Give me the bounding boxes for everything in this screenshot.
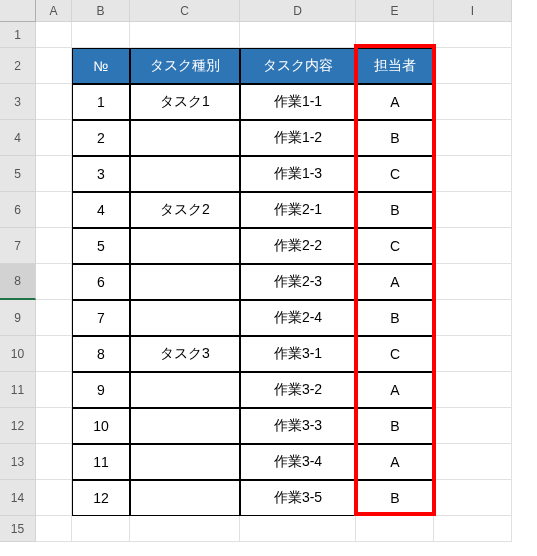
row-header-7[interactable]: 7 <box>0 228 36 264</box>
cell-content[interactable]: 作業1-1 <box>240 84 356 120</box>
cell-no[interactable]: 11 <box>72 444 130 480</box>
cell-type[interactable] <box>130 120 240 156</box>
cell-owner[interactable]: B <box>356 408 434 444</box>
cell[interactable] <box>36 22 72 48</box>
cell-type[interactable] <box>130 228 240 264</box>
row-header-3[interactable]: 3 <box>0 84 36 120</box>
cell-content[interactable]: 作業3-3 <box>240 408 356 444</box>
cell-type[interactable] <box>130 264 240 300</box>
cell[interactable] <box>36 372 72 408</box>
cell-owner[interactable]: B <box>356 192 434 228</box>
cell[interactable] <box>356 516 434 542</box>
row-header-8[interactable]: 8 <box>0 264 36 300</box>
col-header-B[interactable]: B <box>72 0 130 22</box>
row-header-2[interactable]: 2 <box>0 48 36 84</box>
cell[interactable] <box>434 300 512 336</box>
table-header-content[interactable]: タスク内容 <box>240 48 356 84</box>
row-header-15[interactable]: 15 <box>0 516 36 542</box>
cell[interactable] <box>434 228 512 264</box>
cell[interactable] <box>36 84 72 120</box>
row-header-4[interactable]: 4 <box>0 120 36 156</box>
cell-content[interactable]: 作業1-2 <box>240 120 356 156</box>
cell[interactable] <box>36 336 72 372</box>
cell-owner[interactable]: A <box>356 264 434 300</box>
cell-owner[interactable]: C <box>356 228 434 264</box>
cell[interactable] <box>130 516 240 542</box>
cell[interactable] <box>434 516 512 542</box>
cell[interactable] <box>36 120 72 156</box>
table-header-owner[interactable]: 担当者 <box>356 48 434 84</box>
cell-type[interactable] <box>130 300 240 336</box>
row-header-13[interactable]: 13 <box>0 444 36 480</box>
cell-content[interactable]: 作業2-4 <box>240 300 356 336</box>
cell[interactable] <box>36 48 72 84</box>
cell[interactable] <box>434 336 512 372</box>
cell-content[interactable]: 作業2-2 <box>240 228 356 264</box>
cell-type[interactable] <box>130 156 240 192</box>
col-header-C[interactable]: C <box>130 0 240 22</box>
cell-content[interactable]: 作業3-1 <box>240 336 356 372</box>
cell-content[interactable]: 作業1-3 <box>240 156 356 192</box>
row-header-14[interactable]: 14 <box>0 480 36 516</box>
row-header-10[interactable]: 10 <box>0 336 36 372</box>
col-header-A[interactable]: A <box>36 0 72 22</box>
cell-type[interactable] <box>130 480 240 516</box>
row-header-1[interactable]: 1 <box>0 22 36 48</box>
row-header-9[interactable]: 9 <box>0 300 36 336</box>
select-all-corner[interactable] <box>0 0 36 22</box>
cell[interactable] <box>434 120 512 156</box>
table-header-no[interactable]: № <box>72 48 130 84</box>
row-header-12[interactable]: 12 <box>0 408 36 444</box>
cell[interactable] <box>72 22 130 48</box>
cell-owner[interactable]: B <box>356 300 434 336</box>
cell[interactable] <box>434 372 512 408</box>
col-header-I[interactable]: I <box>434 0 512 22</box>
cell[interactable] <box>434 22 512 48</box>
cell[interactable] <box>72 516 130 542</box>
cell-owner[interactable]: A <box>356 84 434 120</box>
cell-type[interactable] <box>130 372 240 408</box>
cell-no[interactable]: 12 <box>72 480 130 516</box>
cell[interactable] <box>36 156 72 192</box>
cell[interactable] <box>434 264 512 300</box>
cell[interactable] <box>36 264 72 300</box>
cell-no[interactable]: 6 <box>72 264 130 300</box>
cell-content[interactable]: 作業3-2 <box>240 372 356 408</box>
cell-no[interactable]: 5 <box>72 228 130 264</box>
cell[interactable] <box>434 48 512 84</box>
cell[interactable] <box>434 444 512 480</box>
row-header-5[interactable]: 5 <box>0 156 36 192</box>
cell-type[interactable]: タスク3 <box>130 336 240 372</box>
row-header-11[interactable]: 11 <box>0 372 36 408</box>
col-header-E[interactable]: E <box>356 0 434 22</box>
cell[interactable] <box>240 516 356 542</box>
cell-no[interactable]: 1 <box>72 84 130 120</box>
cell[interactable] <box>36 228 72 264</box>
cell-no[interactable]: 3 <box>72 156 130 192</box>
cell[interactable] <box>356 22 434 48</box>
cell-content[interactable]: 作業3-5 <box>240 480 356 516</box>
cell[interactable] <box>434 84 512 120</box>
cell[interactable] <box>36 516 72 542</box>
cell-type[interactable] <box>130 444 240 480</box>
cell[interactable] <box>240 22 356 48</box>
cell-no[interactable]: 9 <box>72 372 130 408</box>
cell-content[interactable]: 作業3-4 <box>240 444 356 480</box>
cell-owner[interactable]: B <box>356 480 434 516</box>
cell[interactable] <box>434 192 512 228</box>
cell[interactable] <box>36 300 72 336</box>
cell-type[interactable]: タスク1 <box>130 84 240 120</box>
cell-no[interactable]: 2 <box>72 120 130 156</box>
cell[interactable] <box>434 480 512 516</box>
cell[interactable] <box>36 444 72 480</box>
cell[interactable] <box>36 192 72 228</box>
row-header-6[interactable]: 6 <box>0 192 36 228</box>
cell-content[interactable]: 作業2-1 <box>240 192 356 228</box>
cell-no[interactable]: 10 <box>72 408 130 444</box>
cell-owner[interactable]: A <box>356 372 434 408</box>
cell[interactable] <box>434 156 512 192</box>
cell-type[interactable] <box>130 408 240 444</box>
col-header-D[interactable]: D <box>240 0 356 22</box>
cell-owner[interactable]: C <box>356 156 434 192</box>
cell[interactable] <box>434 408 512 444</box>
